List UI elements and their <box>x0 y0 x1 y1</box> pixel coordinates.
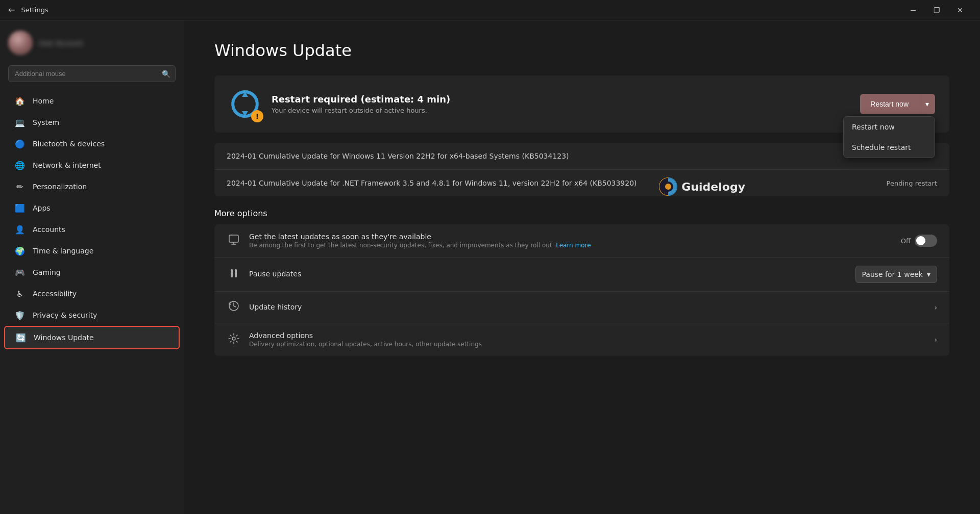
option-advanced[interactable]: Advanced options Delivery optimization, … <box>214 323 949 356</box>
sidebar-item-accounts[interactable]: 👤 Accounts <box>4 219 180 240</box>
update-item-1: 2024-01 Cumulative Update for Windows 11… <box>214 143 949 170</box>
avatar <box>8 31 33 55</box>
sidebar-item-accessibility[interactable]: ♿ Accessibility <box>4 283 180 304</box>
watermark-logo <box>659 177 677 196</box>
sidebar-item-personalization[interactable]: ✏️ Personalization <box>4 176 180 197</box>
warning-badge: ! <box>251 110 263 122</box>
dropdown-item-restart-now[interactable]: Restart now <box>844 117 935 137</box>
accessibility-icon: ♿ <box>14 288 26 299</box>
sidebar-item-bluetooth[interactable]: 🔵 Bluetooth & devices <box>4 133 180 155</box>
sidebar-item-label-windows-update: Windows Update <box>34 333 94 342</box>
latest-updates-toggle[interactable] <box>915 235 937 247</box>
search-input[interactable] <box>8 65 176 82</box>
sidebar-item-label-apps: Apps <box>33 204 51 212</box>
option-pause-updates-right: Pause for 1 week ▾ <box>855 266 938 283</box>
option-update-history[interactable]: Update history › <box>214 292 949 323</box>
option-advanced-subtitle: Delivery optimization, optional updates,… <box>249 341 482 348</box>
pause-select[interactable]: Pause for 1 week ▾ <box>855 266 938 283</box>
main-content: Windows Update ! Restart required (estim… <box>184 20 980 514</box>
restart-now-button[interactable]: Restart now <box>860 94 919 114</box>
watermark: Guidelogy <box>659 177 745 196</box>
titlebar: ← Settings ─ ❐ ✕ <box>0 0 980 20</box>
option-update-history-right: › <box>934 303 937 312</box>
latest-updates-icon <box>227 234 241 248</box>
search-icon: 🔍 <box>162 70 170 78</box>
system-icon: 💻 <box>14 117 26 128</box>
option-advanced-title: Advanced options <box>249 331 482 340</box>
option-latest-updates-text: Get the latest updates as soon as they'r… <box>249 233 591 249</box>
restart-title: Restart required (estimate: 4 min) <box>272 94 450 105</box>
restart-text: Restart required (estimate: 4 min) Your … <box>272 94 450 114</box>
dropdown-item-schedule-restart[interactable]: Schedule restart <box>844 137 935 158</box>
search-box: 🔍 <box>8 65 176 82</box>
close-button[interactable]: ✕ <box>948 2 972 18</box>
option-latest-updates-title: Get the latest updates as soon as they'r… <box>249 233 591 241</box>
maximize-button[interactable]: ❐ <box>925 2 948 18</box>
update-history-icon <box>227 300 241 315</box>
svg-point-2 <box>665 184 671 190</box>
sidebar-item-label-accessibility: Accessibility <box>33 290 77 298</box>
sidebar-item-label-privacy: Privacy & security <box>33 311 97 319</box>
options-list: Get the latest updates as soon as they'r… <box>214 224 949 356</box>
sidebar-item-label-gaming: Gaming <box>33 268 61 276</box>
toggle-wrap: Off <box>901 235 937 247</box>
sidebar-item-label-time: Time & language <box>33 247 93 255</box>
option-pause-updates[interactable]: Pause updates Pause for 1 week ▾ <box>214 258 949 292</box>
restart-card: ! Restart required (estimate: 4 min) You… <box>214 75 949 133</box>
svg-rect-4 <box>231 269 233 277</box>
privacy-icon: 🛡️ <box>14 310 26 321</box>
window-controls: ─ ❐ ✕ <box>901 2 972 18</box>
personalization-icon: ✏️ <box>14 181 26 192</box>
update-item-2: 2024-01 Cumulative Update for .NET Frame… <box>214 170 949 196</box>
sidebar-item-system[interactable]: 💻 System <box>4 112 180 133</box>
restart-dropdown-menu: Restart now Schedule restart <box>843 116 935 158</box>
option-pause-updates-title: Pause updates <box>249 270 301 278</box>
sidebar-item-label-personalization: Personalization <box>33 183 87 191</box>
more-options-title: More options <box>214 209 949 218</box>
advanced-options-chevron: › <box>934 336 937 344</box>
restart-subtitle: Your device will restart outside of acti… <box>272 107 450 114</box>
minimize-button[interactable]: ─ <box>901 2 925 18</box>
update-item-1-text: 2024-01 Cumulative Update for Windows 11… <box>227 152 569 160</box>
option-advanced-text: Advanced options Delivery optimization, … <box>249 331 482 348</box>
learn-more-link[interactable]: Learn more <box>556 242 591 249</box>
watermark-brand: Guidelogy <box>681 181 745 193</box>
restart-dropdown-button[interactable]: ▾ <box>919 94 935 114</box>
sidebar-item-label-accounts: Accounts <box>33 225 65 234</box>
sidebar-item-label-system: System <box>33 118 59 126</box>
sidebar-item-home[interactable]: 🏠 Home <box>4 90 180 112</box>
restart-btn-group: Restart now ▾ Restart now Schedule resta… <box>860 94 935 114</box>
option-latest-updates[interactable]: Get the latest updates as soon as they'r… <box>214 224 949 258</box>
back-icon[interactable]: ← <box>8 5 15 15</box>
update-item-2-status: Pending restart <box>887 179 937 187</box>
sidebar-item-time[interactable]: 🌍 Time & language <box>4 240 180 262</box>
sidebar-item-windows-update[interactable]: 🔄 Windows Update <box>4 326 180 349</box>
update-item-2-text: 2024-01 Cumulative Update for .NET Frame… <box>227 179 637 187</box>
network-icon: 🌐 <box>14 160 26 171</box>
update-list: 2024-01 Cumulative Update for Windows 11… <box>214 143 949 196</box>
sidebar-item-network[interactable]: 🌐 Network & internet <box>4 155 180 176</box>
option-pause-updates-text: Pause updates <box>249 270 301 279</box>
svg-point-7 <box>232 337 235 340</box>
sidebar-item-label-bluetooth: Bluetooth & devices <box>33 140 105 148</box>
home-icon: 🏠 <box>14 95 26 107</box>
pause-updates-icon <box>227 267 241 282</box>
option-latest-updates-right: Off <box>901 235 937 247</box>
profile-name: User Account <box>39 39 83 47</box>
page-title: Windows Update <box>214 41 949 60</box>
windows-update-icon: 🔄 <box>15 332 27 343</box>
option-latest-updates-subtitle: Be among the first to get the latest non… <box>249 242 591 249</box>
sidebar-item-privacy[interactable]: 🛡️ Privacy & security <box>4 304 180 326</box>
pause-select-chevron: ▾ <box>927 270 930 278</box>
titlebar-title: Settings <box>21 6 48 14</box>
sidebar-item-apps[interactable]: 🟦 Apps <box>4 197 180 219</box>
gaming-icon: 🎮 <box>14 267 26 278</box>
option-advanced-right: › <box>934 336 937 344</box>
profile-section: User Account <box>0 20 184 61</box>
sidebar-item-gaming[interactable]: 🎮 Gaming <box>4 262 180 283</box>
apps-icon: 🟦 <box>14 202 26 214</box>
restart-icon-wrap: ! <box>229 88 261 120</box>
sidebar-item-label-home: Home <box>33 97 54 105</box>
option-update-history-text: Update history <box>249 303 302 312</box>
option-update-history-title: Update history <box>249 303 302 311</box>
